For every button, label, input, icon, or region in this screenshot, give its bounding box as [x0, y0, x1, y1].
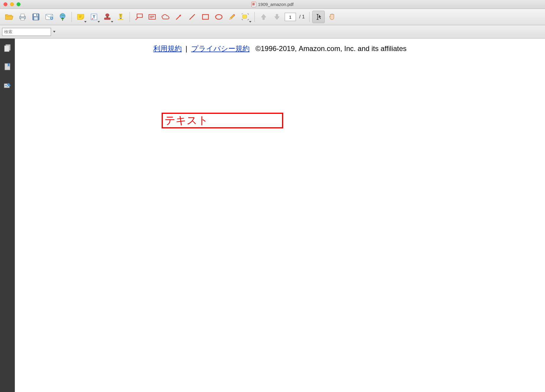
document-footer-line: 利用規約 | プライバシー規約 ©1996-2019, Amazon.com, …	[15, 44, 545, 53]
open-file-button[interactable]	[3, 11, 15, 23]
stamp-icon	[103, 13, 111, 21]
svg-rect-2	[21, 18, 24, 20]
hand-icon	[328, 13, 336, 21]
search-toolbar	[0, 25, 545, 39]
textbox-icon	[148, 14, 156, 20]
chevron-down-icon	[53, 31, 55, 33]
callout-icon	[135, 13, 143, 20]
page-content: 利用規約 | プライバシー規約 ©1996-2019, Amazon.com, …	[15, 44, 545, 53]
chevron-down-icon	[249, 21, 251, 23]
bookmarks-panel-button[interactable]	[3, 63, 12, 71]
signatures-panel-button[interactable]	[3, 81, 12, 90]
svg-rect-22	[243, 15, 247, 18]
document-view[interactable]: 利用規約 | プライバシー規約 ©1996-2019, Amazon.com, …	[15, 39, 545, 392]
svg-rect-13	[106, 16, 108, 18]
copyright-text	[251, 44, 255, 52]
separator-pipe: |	[186, 44, 187, 52]
window-title: 1909_amazon.pdf	[251, 2, 294, 7]
text-select-button[interactable]	[312, 11, 325, 23]
svg-point-21	[216, 15, 222, 19]
pencil-icon	[228, 13, 236, 21]
globe-upload-icon	[59, 13, 66, 21]
signature-icon	[4, 82, 11, 89]
chevron-down-icon	[84, 21, 87, 23]
arrow-up-icon	[260, 13, 267, 21]
side-panel	[0, 39, 15, 392]
rectangle-button[interactable]	[199, 11, 212, 23]
arrow-icon	[175, 13, 183, 21]
area-highlight-button[interactable]	[239, 11, 252, 23]
close-button[interactable]	[4, 2, 7, 6]
highlight-button[interactable]: T	[114, 11, 127, 23]
page-total-label: / 1	[299, 14, 305, 20]
typewriter-button[interactable]: T	[88, 11, 100, 23]
separator	[71, 12, 72, 22]
chevron-down-icon	[111, 21, 113, 23]
floppy-disk-icon	[32, 13, 40, 21]
text-cursor-icon	[315, 13, 322, 21]
next-page-button[interactable]	[271, 11, 283, 23]
callout-button[interactable]	[133, 11, 145, 23]
printer-icon	[19, 13, 26, 21]
annotation-text[interactable]: テキスト	[165, 113, 208, 128]
separator	[130, 12, 130, 22]
copyright-text: ©1996-2019, Amazon.com, Inc. and its aff…	[256, 44, 407, 52]
hand-tool-button[interactable]	[326, 11, 338, 23]
page-number-input[interactable]	[285, 13, 296, 21]
area-highlight-icon	[241, 13, 250, 21]
separator	[254, 12, 255, 22]
email-button[interactable]	[43, 11, 55, 23]
oval-icon	[215, 14, 223, 20]
highlighter-icon: T	[117, 13, 125, 21]
prev-page-button[interactable]	[257, 11, 270, 23]
arrow-down-icon	[273, 13, 281, 21]
thumbnails-panel-button[interactable]	[3, 44, 12, 52]
minimize-button[interactable]	[10, 2, 14, 6]
share-button[interactable]	[56, 11, 69, 23]
maximize-button[interactable]	[17, 2, 20, 6]
titlebar: 1909_amazon.pdf	[0, 0, 545, 9]
arrow-button[interactable]	[173, 11, 185, 23]
print-button[interactable]	[16, 11, 29, 23]
folder-open-icon	[5, 13, 13, 20]
envelope-icon	[45, 14, 53, 20]
search-input[interactable]	[2, 28, 51, 36]
svg-rect-14	[104, 18, 110, 20]
main-toolbar: T T / 1	[0, 9, 545, 25]
pencil-button[interactable]	[226, 11, 238, 23]
text-annotation[interactable]: テキスト	[162, 113, 283, 128]
svg-rect-24	[4, 46, 9, 52]
pages-icon	[4, 44, 11, 52]
privacy-link[interactable]: プライバシー規約	[191, 44, 250, 52]
svg-rect-16	[118, 19, 123, 20]
rectangle-icon	[202, 14, 209, 20]
terms-link[interactable]: 利用規約	[153, 44, 182, 52]
note-button[interactable]	[74, 11, 87, 23]
svg-rect-1	[21, 14, 24, 17]
text-tool-icon: T	[90, 13, 98, 20]
bookmark-icon	[4, 63, 11, 71]
main-area: 利用規約 | プライバシー規約 ©1996-2019, Amazon.com, …	[0, 39, 545, 392]
chevron-down-icon	[98, 21, 100, 23]
svg-text:T: T	[93, 15, 95, 19]
separator	[309, 12, 310, 22]
svg-rect-15	[120, 18, 122, 19]
line-button[interactable]	[186, 11, 198, 23]
svg-rect-5	[34, 17, 38, 20]
cloud-icon	[161, 14, 170, 20]
textbox-button[interactable]	[146, 11, 158, 23]
line-icon	[188, 13, 196, 21]
title-text: 1909_amazon.pdf	[258, 2, 294, 7]
svg-rect-6	[36, 14, 37, 16]
oval-button[interactable]	[213, 11, 225, 23]
pdf-file-icon	[251, 2, 256, 7]
sticky-note-icon	[77, 14, 85, 20]
stamp-button[interactable]	[101, 11, 114, 23]
svg-text:T: T	[120, 14, 122, 17]
svg-rect-20	[203, 15, 208, 19]
save-button[interactable]	[30, 11, 42, 23]
svg-rect-18	[137, 14, 142, 17]
cloud-button[interactable]	[159, 11, 172, 23]
window-controls	[0, 2, 20, 6]
